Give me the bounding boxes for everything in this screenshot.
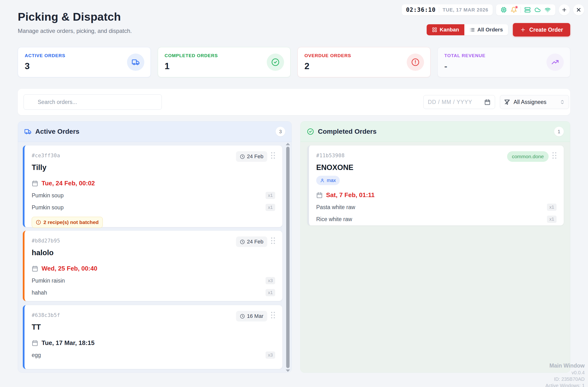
order-id: #b8d27b95 (32, 237, 236, 244)
status-badge: common.done (507, 151, 549, 162)
item-name: Pumkin soup (32, 204, 266, 211)
not-batched-warning: 2 recipe(s) not batched (32, 217, 103, 228)
calendar-icon (32, 265, 38, 272)
check-circle-icon (307, 128, 314, 135)
date-chip-label: 24 Feb (247, 239, 264, 245)
item-name: Pumkin soup (32, 192, 266, 199)
calendar-icon (32, 340, 38, 346)
search-input[interactable] (23, 94, 162, 110)
bell-icon[interactable] (510, 6, 517, 13)
stat-card-active-orders: ACTIVE ORDERS 3 (18, 47, 151, 77)
server-icon[interactable] (524, 6, 531, 13)
order-title: ENOXONE (316, 163, 557, 172)
page-title: Picking & Dispatch (18, 10, 121, 23)
cloud-icon[interactable] (534, 6, 541, 13)
drag-handle-icon[interactable] (552, 151, 557, 159)
system-tray (496, 4, 555, 15)
assignee-badge: max (316, 176, 340, 185)
check-circle-icon (267, 54, 284, 71)
date-placeholder: DD / MM / YYYY (428, 99, 482, 105)
list-icon (470, 27, 475, 32)
order-card-halolo[interactable]: #b8d27b95 24 Feb halolo Wed, 25 Feb, 00:… (23, 231, 282, 301)
column-header: Completed Orders 1 (301, 122, 570, 142)
date-chip-label: 16 Mar (247, 313, 263, 319)
window-watermark: Main Window v0.0.4 ID: 235B70AD Active W… (546, 362, 585, 387)
calendar-icon (316, 192, 323, 198)
cpu-icon[interactable] (500, 6, 507, 13)
stat-value: - (444, 61, 564, 71)
item-qty-badge: x1 (266, 204, 275, 211)
column-count-badge: 1 (554, 127, 564, 136)
tab-kanban[interactable]: Kanban (427, 24, 464, 35)
drag-handle-icon[interactable] (271, 151, 275, 159)
divider (521, 7, 521, 13)
assignee-filter-select[interactable]: All Assignees (500, 95, 569, 109)
order-card-enoxone[interactable]: #11b53908 common.done ENOXONE max Sat, 7… (307, 145, 564, 225)
tab-kanban-label: Kanban (440, 27, 459, 33)
calendar-icon (32, 180, 38, 186)
item-qty-badge: x1 (547, 204, 557, 211)
drag-handle-icon[interactable] (271, 311, 275, 319)
column-completed-orders: Completed Orders 1 #11b53908 common.done… (300, 121, 570, 373)
close-button[interactable] (573, 4, 584, 15)
item-qty-badge: x1 (266, 192, 275, 199)
tab-all-orders[interactable]: All Orders (464, 24, 508, 35)
item-name: Pumkin raisin (32, 278, 266, 284)
calendar-icon (484, 99, 490, 105)
truck-icon (127, 54, 144, 71)
scroll-down-arrow[interactable] (286, 369, 290, 372)
column-count-badge: 3 (276, 127, 285, 136)
date-filter-input[interactable]: DD / MM / YYYY (423, 95, 495, 109)
view-toggle: Kanban All Orders (427, 24, 508, 35)
order-title: halolo (32, 248, 275, 257)
filter-off-icon (504, 99, 510, 105)
stats-row: ACTIVE ORDERS 3 COMPLETED ORDERS 1 OVERD… (18, 47, 570, 77)
order-title: TT (32, 323, 275, 331)
create-order-button[interactable]: Create Order (513, 23, 570, 37)
stat-label: ACTIVE ORDERS (25, 53, 144, 58)
stat-card-total-revenue: TOTAL REVENUE - (438, 47, 570, 77)
column-body: #11b53908 common.done ENOXONE max Sat, 7… (301, 142, 570, 373)
header-actions: Kanban All Orders Create Order (427, 23, 570, 37)
order-card-tilly[interactable]: #ce3ff30a 24 Feb Tilly Tue, 24 Feb, 00:0… (23, 145, 282, 227)
system-date: TUE, 17 MAR 2026 (442, 7, 488, 13)
clock-icon (240, 154, 245, 159)
alert-circle-icon (36, 220, 41, 225)
watermark-version: v0.0.4 (546, 369, 585, 376)
due-date: Tue, 24 Feb, 00:02 (42, 180, 95, 187)
item-qty-badge: x1 (547, 216, 557, 223)
order-item: Rice white raw x1 (316, 216, 557, 223)
warning-label: 2 recipe(s) not batched (43, 219, 99, 225)
stat-label: OVERDUE ORDERS (304, 53, 423, 58)
stat-label: TOTAL REVENUE (444, 53, 564, 58)
new-window-button[interactable] (559, 4, 570, 15)
column-active-orders: Active Orders 3 #ce3ff30a 24 Feb Tilly T… (18, 121, 292, 373)
order-card-tt[interactable]: #638c3b5f 16 Mar TT Tue, 17 Mar, 18:15 e… (23, 305, 282, 369)
watermark-id: ID: 235B70AD (546, 376, 585, 383)
drag-handle-icon[interactable] (271, 237, 275, 244)
tab-all-orders-label: All Orders (477, 27, 503, 33)
watermark-title: Main Window (546, 362, 585, 369)
date-chip: 24 Feb (236, 151, 268, 162)
scroll-up-arrow[interactable] (286, 143, 290, 145)
order-item: Pumkin soup x1 (32, 192, 275, 199)
order-item: Pumkin soup x1 (32, 204, 275, 211)
truck-icon (24, 128, 31, 135)
stat-value: 3 (25, 61, 144, 71)
order-item: Pumkin raisin x3 (32, 277, 275, 284)
date-chip-label: 24 Feb (247, 153, 264, 160)
assignee-selected-value: All Assignees (514, 99, 556, 105)
due-date: Sat, 7 Feb, 01:11 (326, 191, 375, 199)
date-chip: 24 Feb (236, 237, 268, 247)
scrollbar-thumb[interactable] (286, 147, 290, 368)
order-id: #ce3ff30a (32, 151, 236, 159)
chevrons-up-down-icon (560, 99, 565, 105)
item-qty-badge: x1 (266, 289, 275, 296)
wifi-icon[interactable] (544, 6, 551, 13)
create-order-label: Create Order (529, 27, 563, 33)
user-icon (320, 178, 325, 183)
watermark-active-windows: Active Windows: 1 (546, 383, 585, 387)
scrollbar[interactable] (286, 143, 290, 372)
item-qty-badge: x3 (266, 351, 275, 359)
filter-bar: DD / MM / YYYY All Assignees (18, 89, 570, 115)
